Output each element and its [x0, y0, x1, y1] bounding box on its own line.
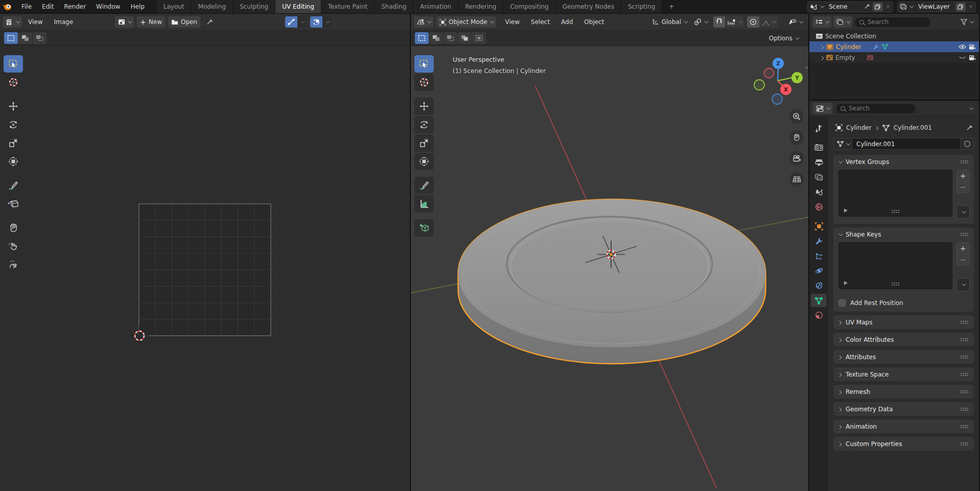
- tab-render[interactable]: [811, 141, 827, 154]
- uv-tool-transform[interactable]: [4, 153, 23, 170]
- select-mode-extend[interactable]: [429, 32, 443, 44]
- tab-object-data[interactable]: [811, 294, 827, 307]
- tab-constraints[interactable]: [811, 279, 827, 292]
- panel-grip[interactable]: [960, 390, 969, 393]
- uv-select-mode-set[interactable]: [4, 32, 18, 44]
- vp-tool-transform[interactable]: [414, 153, 434, 170]
- uv-tool-move[interactable]: [4, 98, 23, 115]
- axis-z-neg-ball[interactable]: [772, 94, 782, 104]
- axis-y-ball[interactable]: Y: [791, 72, 803, 83]
- pivot-point-button[interactable]: [691, 16, 710, 28]
- shape-key-specials-button[interactable]: [956, 278, 970, 291]
- vp-menu-select[interactable]: Select: [526, 15, 555, 29]
- animation-header[interactable]: Animation: [833, 419, 974, 433]
- falloff-button[interactable]: [759, 16, 778, 28]
- uv-maps-header[interactable]: UV Maps: [833, 315, 974, 329]
- new-viewlayer-button[interactable]: [955, 3, 966, 11]
- expand-icon[interactable]: [820, 45, 824, 49]
- vp-tool-scale[interactable]: [414, 134, 434, 152]
- zoom-icon[interactable]: [789, 109, 804, 124]
- snap-target-button[interactable]: [725, 16, 744, 28]
- uv-snap-toggle[interactable]: [310, 16, 331, 28]
- list-expand-icon[interactable]: [844, 281, 848, 285]
- scene-name[interactable]: Scene: [826, 3, 861, 10]
- vp-tool-measure[interactable]: [414, 195, 434, 213]
- proportional-editing-toggle[interactable]: [747, 16, 759, 28]
- add-shape-key-button[interactable]: +: [956, 242, 970, 254]
- color-attributes-header[interactable]: Color Attributes: [833, 333, 974, 346]
- vertex-groups-header[interactable]: Vertex Groups: [833, 155, 974, 169]
- vp-menu-add[interactable]: Add: [556, 15, 578, 29]
- menu-window[interactable]: Window: [91, 0, 125, 13]
- custom-properties-header[interactable]: Custom Properties: [833, 437, 974, 451]
- falloff-dropdown[interactable]: [297, 16, 306, 28]
- eye-open-icon[interactable]: [959, 44, 966, 50]
- add-vertex-group-button[interactable]: +: [956, 170, 970, 181]
- pin-icon[interactable]: [206, 19, 213, 26]
- snap-toggle[interactable]: [713, 16, 725, 28]
- vp-tool-move[interactable]: [414, 98, 434, 115]
- uv-menu-image[interactable]: Image: [49, 15, 78, 29]
- shape-keys-header[interactable]: Shape Keys: [833, 227, 974, 241]
- pan-hand-icon[interactable]: [789, 130, 804, 145]
- vp-tool-add-cube[interactable]: [414, 219, 434, 237]
- axis-y-neg-ball[interactable]: [754, 80, 764, 90]
- camera-icon[interactable]: [968, 44, 976, 50]
- uv-tool-rotate[interactable]: [4, 116, 23, 133]
- menu-file[interactable]: File: [16, 0, 37, 13]
- properties-search-input[interactable]: [849, 105, 911, 112]
- select-mode-set[interactable]: [415, 32, 429, 44]
- new-image-button[interactable]: + New: [137, 16, 165, 28]
- add-workspace-button[interactable]: +: [662, 0, 681, 13]
- tab-texture-paint[interactable]: Texture Paint: [321, 0, 375, 13]
- tab-tool[interactable]: [811, 122, 827, 135]
- scene-selector[interactable]: Scene ×: [807, 2, 893, 12]
- uv-tool-annotate[interactable]: [4, 177, 23, 194]
- vp-menu-object[interactable]: Object: [579, 15, 609, 29]
- remove-vertex-group-button[interactable]: −: [956, 181, 970, 193]
- tab-particles[interactable]: [811, 249, 827, 263]
- collapse-arrow[interactable]: ‹: [805, 63, 808, 71]
- tab-rendering[interactable]: Rendering: [458, 0, 503, 13]
- outliner-display-mode[interactable]: [833, 16, 852, 28]
- breadcrumb-data[interactable]: Cylinder.001: [894, 124, 932, 131]
- tab-view-layer[interactable]: [811, 171, 827, 184]
- breadcrumb-object[interactable]: Cylinder: [846, 124, 872, 131]
- uv-select-mode-subtract[interactable]: [33, 32, 46, 44]
- list-resize-grip[interactable]: [891, 282, 900, 286]
- vertex-group-specials-button[interactable]: [956, 205, 970, 219]
- mesh-id-button[interactable]: [833, 138, 852, 150]
- eye-closed-icon[interactable]: [959, 55, 966, 60]
- tab-layout[interactable]: Layout: [157, 0, 192, 13]
- panel-grip[interactable]: [960, 425, 969, 428]
- texture-space-header[interactable]: Texture Space: [833, 367, 974, 381]
- list-expand-icon[interactable]: [844, 208, 848, 213]
- vertex-groups-list[interactable]: [838, 170, 952, 217]
- tab-geometry-nodes[interactable]: Geometry Nodes: [556, 0, 621, 13]
- grid-ortho-icon[interactable]: [789, 172, 804, 186]
- blender-logo-icon[interactable]: [0, 0, 13, 13]
- uv-tool-rip-region[interactable]: [4, 195, 23, 213]
- tab-scene[interactable]: [811, 185, 827, 199]
- expand-icon[interactable]: [820, 56, 824, 60]
- panel-grip[interactable]: [960, 407, 969, 411]
- outliner-row-empty[interactable]: Empty: [809, 52, 979, 63]
- uv-tool-relax[interactable]: [4, 238, 23, 255]
- vp-tool-rotate[interactable]: [414, 116, 434, 133]
- cylinder-object[interactable]: [458, 199, 766, 364]
- outliner-search[interactable]: [854, 17, 931, 28]
- transform-orientation[interactable]: Global: [649, 16, 690, 28]
- axis-z-ball[interactable]: Z: [773, 58, 784, 69]
- menu-render[interactable]: Render: [59, 0, 91, 13]
- panel-grip[interactable]: [960, 232, 969, 236]
- editor-type-button[interactable]: [414, 16, 433, 28]
- navigation-gizmo[interactable]: Z Y X: [752, 56, 805, 109]
- properties-type-button[interactable]: [813, 103, 832, 114]
- tab-modeling[interactable]: Modeling: [192, 0, 234, 13]
- tab-modifiers[interactable]: [811, 235, 827, 248]
- open-image-button[interactable]: Open: [168, 16, 200, 28]
- properties-options-button[interactable]: [966, 103, 975, 114]
- axis-x-neg-ball[interactable]: [764, 68, 774, 78]
- attributes-header[interactable]: Attributes: [833, 350, 974, 364]
- tab-shading[interactable]: Shading: [375, 0, 413, 13]
